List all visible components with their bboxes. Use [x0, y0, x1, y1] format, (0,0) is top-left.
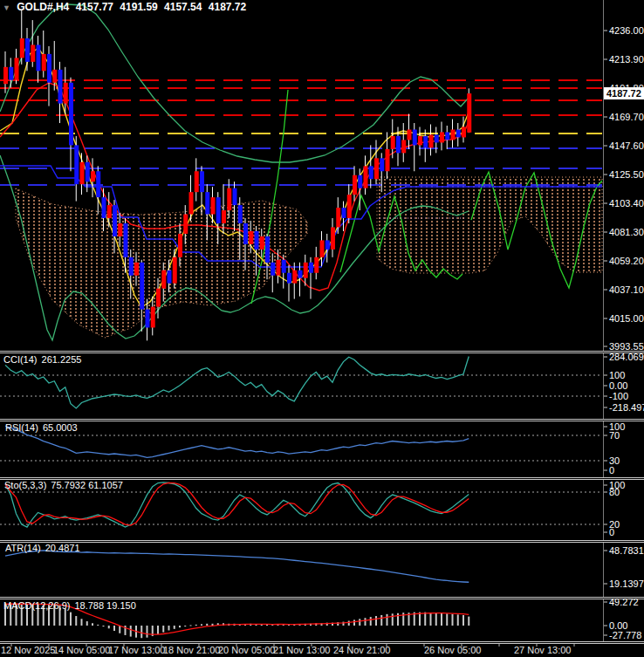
low-value: 4157.54	[164, 1, 202, 13]
candle-bull	[195, 171, 199, 192]
candle-bear	[37, 44, 41, 71]
candle-bull	[336, 208, 340, 227]
price-tick-label: 4037.10	[609, 284, 644, 295]
time-axis-label: 12 Nov 2025	[1, 645, 55, 655]
time-axis-label: 18 Nov 21:00	[163, 645, 220, 655]
symbol-dropdown-arrow[interactable]: ▼	[3, 3, 10, 12]
candle-bear	[69, 83, 73, 146]
candle-bull	[118, 223, 122, 236]
candle-bull	[189, 192, 194, 214]
candle-bull	[374, 158, 379, 179]
macd-histogram-bar	[157, 626, 159, 634]
candle-bear	[124, 223, 128, 257]
time-axis-label: 14 Nov 05:00	[53, 645, 110, 655]
candle-bull	[391, 136, 395, 149]
macd-histogram-bar	[168, 626, 170, 630]
rsi-panel-title: RSI(14)65.0003	[5, 422, 82, 433]
time-axis-label: 26 Nov 05:00	[424, 645, 481, 655]
candle-bull	[183, 215, 188, 234]
sto-value: 75.7932 61.1057	[51, 480, 123, 490]
macd-histogram-bar	[75, 616, 77, 626]
candle-bull	[161, 270, 166, 289]
macd-histogram-bar	[468, 617, 469, 626]
candle-bull	[173, 257, 177, 284]
candle-bear	[445, 132, 449, 140]
panel-separator[interactable]	[0, 419, 644, 421]
macd-tick-label: -27.778	[609, 630, 641, 640]
candle-bull	[347, 195, 352, 218]
macd-histogram-bar	[387, 614, 388, 626]
macd-histogram-bar	[86, 621, 88, 626]
candle-bull	[3, 67, 8, 84]
macd-histogram-bar	[195, 625, 197, 626]
macd-histogram-bar	[174, 626, 175, 629]
price-tick-label: 4103.40	[609, 198, 644, 209]
macd-histogram-bar	[179, 626, 181, 627]
cci-panel-title: CCI(14)261.2255	[3, 354, 86, 365]
candle-bear	[342, 208, 346, 218]
sto-tick-label: 80	[609, 487, 620, 497]
candle-bull	[107, 205, 112, 218]
high-value: 4191.59	[120, 1, 157, 13]
macd-label: MACD(12,26,9)	[3, 600, 70, 611]
candle-bull	[467, 93, 471, 133]
price-tick-label: 4125.50	[609, 169, 644, 180]
macd-histogram-bar	[190, 625, 192, 626]
time-axis-label: 21 Nov 13:00	[273, 645, 330, 655]
panel-separator[interactable]	[0, 641, 644, 644]
candle-bull	[277, 260, 281, 276]
cci-tick-label: 100	[609, 370, 625, 380]
sto-label: Sto(5,3,3)	[4, 480, 46, 490]
symbol-label: GOLD#,H4	[17, 1, 69, 13]
cci-value: 261.2255	[42, 354, 82, 365]
macd-histogram-bar	[147, 626, 148, 638]
candle-bull	[42, 54, 46, 71]
macd-histogram-bar	[184, 626, 186, 626]
candle-bull	[134, 263, 139, 276]
macd-histogram-bar	[108, 626, 110, 628]
candle-bear	[86, 162, 90, 181]
macd-histogram-bar	[441, 613, 442, 626]
candle-bull	[451, 129, 456, 140]
rsi-value: 65.0003	[43, 422, 78, 433]
macd-histogram-bar	[359, 619, 360, 626]
candle-bull	[15, 58, 19, 79]
close-value: 4187.72	[209, 1, 246, 13]
macd-histogram-bar	[70, 613, 72, 626]
candle-bear	[325, 240, 330, 249]
macd-histogram-bar	[397, 613, 399, 626]
chart-canvas[interactable]	[0, 0, 644, 657]
price-tick-label: 4059.20	[609, 256, 644, 266]
cci-tick-label: 0.00	[609, 380, 627, 391]
time-axis-label: 27 Nov 13:00	[514, 645, 571, 655]
candle-bear	[369, 166, 373, 179]
time-axis-label: 17 Nov 13:00	[108, 645, 165, 655]
macd-panel-title: MACD(12,26,9)18.788 19.150	[3, 600, 140, 611]
panel-separator[interactable]	[0, 597, 644, 599]
candle-bull	[401, 140, 406, 153]
candle-bear	[396, 136, 401, 153]
candle-bear	[216, 197, 221, 223]
atr-panel-title: ATR(14)20.4871	[5, 543, 85, 553]
candle-bear	[102, 197, 106, 218]
macd-histogram-bar	[452, 614, 454, 626]
panel-separator[interactable]	[0, 540, 644, 543]
candle-bull	[440, 132, 444, 142]
cci-tick-label: -100	[609, 391, 628, 401]
rsi-tick-label: 70	[609, 430, 620, 441]
candle-bull	[80, 162, 85, 184]
candle-bull	[52, 70, 57, 83]
macd-histogram-bar	[457, 614, 459, 626]
candle-bull	[249, 231, 253, 244]
macd-histogram-bar	[119, 626, 120, 633]
rsi-label: RSI(14)	[5, 422, 38, 433]
price-tick-label: 4169.70	[609, 112, 644, 122]
candle-bear	[238, 205, 243, 223]
candle-bear	[309, 263, 313, 273]
price-tick-label: 4015.00	[609, 313, 644, 324]
candle-bear	[255, 231, 259, 250]
macd-histogram-bar	[92, 623, 93, 626]
panel-separator[interactable]	[0, 351, 644, 353]
time-axis-label: 20 Nov 05:00	[218, 645, 275, 655]
candle-bear	[287, 273, 291, 284]
